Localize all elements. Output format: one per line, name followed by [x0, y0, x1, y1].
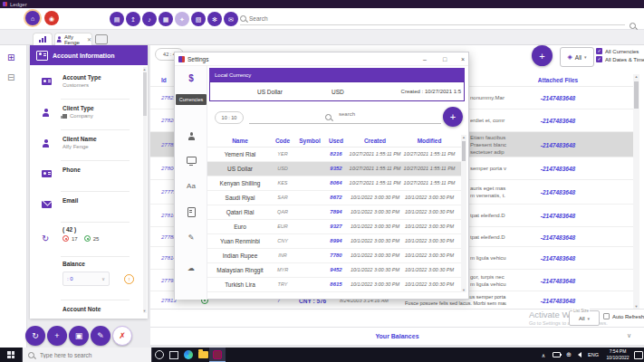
panel-scrollbar[interactable]: ▲ ▼: [143, 67, 147, 313]
filter-checkbox-1[interactable]: ✓All Dates & Times: [596, 56, 644, 62]
row-attached: -2147483648: [513, 118, 603, 124]
notification-center-button[interactable]: [634, 348, 643, 362]
cell-name: Turkish Lira: [211, 278, 269, 291]
list-size-select[interactable]: List Size All ▾: [569, 310, 600, 326]
power-button[interactable]: ◉: [44, 11, 59, 25]
audit-button[interactable]: ♪: [142, 12, 157, 26]
id-card-icon: [36, 51, 48, 61]
global-search-input[interactable]: [249, 15, 625, 22]
currency-row[interactable]: Yuan RenminbiCNY899410/1/2022 3:00:30 PM…: [207, 234, 465, 249]
currency-table-scrollbar[interactable]: ▲ ▼: [461, 135, 466, 292]
tab-account[interactable]: Alfy Fenge ✕: [54, 33, 92, 45]
edit-button[interactable]: ✎: [91, 326, 111, 346]
file-explorer-button[interactable]: [197, 350, 208, 359]
scroll-up-icon[interactable]: ▲: [142, 67, 147, 71]
scroll-down-icon[interactable]: ▼: [633, 304, 639, 309]
settings-nav-documents[interactable]: [175, 207, 207, 217]
cell-created: 10/1/2022 3:00:30 PM: [349, 249, 401, 262]
upload-button[interactable]: ↥: [126, 12, 140, 26]
tray-expand-icon[interactable]: ∧: [539, 348, 548, 362]
column-symbol: Symbol: [296, 138, 323, 144]
filter-checkbox-0[interactable]: ✓All Currencies: [596, 48, 644, 54]
settings-dialog: Settings – □ × $Aa✎☁ Currencies Local Cu…: [174, 52, 469, 300]
upload-icon: ↥: [130, 16, 136, 23]
scroll-up-icon[interactable]: ▲: [633, 74, 639, 79]
cloud-icon: ☁: [187, 264, 195, 272]
settings-nav-system[interactable]: [175, 157, 207, 164]
account-information-panel: Account Information Account TypeCustomer…: [30, 45, 148, 319]
volume-icon[interactable]: [575, 348, 584, 362]
maximize-button[interactable]: □: [439, 54, 450, 64]
tab-dashboard[interactable]: [33, 33, 53, 45]
cell-code: EUR: [269, 220, 296, 233]
currency-row[interactable]: Kenyan ShillingKES806410/27/2021 1:55:11…: [207, 176, 465, 191]
appearance-icon: ✎: [188, 233, 195, 242]
clock[interactable]: 7:54 PM 10/10/2022: [602, 348, 633, 361]
balance-select[interactable]: : 0 ∨: [62, 272, 110, 286]
advanced-search-icon[interactable]: [630, 23, 636, 29]
home-button[interactable]: ⌂: [25, 11, 40, 25]
currency-pager[interactable]: 10 : 10: [215, 111, 244, 124]
currency-row[interactable]: Indian RupeeINR778010/1/2022 3:00:30 PM1…: [207, 249, 465, 263]
start-button[interactable]: [0, 348, 22, 362]
task-view-button[interactable]: [168, 350, 179, 359]
scrollbar-thumb[interactable]: [634, 81, 639, 109]
network-icon[interactable]: ⊕: [564, 348, 573, 362]
currency-row[interactable]: Yemeni RialYER821610/27/2021 1:55:11 PM1…: [207, 148, 465, 162]
settings-nav-cloud[interactable]: ☁: [175, 264, 207, 272]
chevron-down-icon[interactable]: ∨: [627, 332, 631, 339]
edge-button[interactable]: [183, 350, 194, 359]
settings-nav-appearance[interactable]: ✎: [175, 233, 207, 242]
scroll-down-icon[interactable]: ▼: [461, 288, 466, 292]
file-button[interactable]: ▤: [110, 12, 124, 26]
your-balances-bar[interactable]: Your Balances ∨: [150, 327, 644, 345]
refresh-icon: ↻: [32, 331, 39, 340]
cell-modified: 10/1/2022 3:00:30 PM: [401, 205, 457, 219]
accounts-grid-icon[interactable]: ⊞: [7, 52, 14, 62]
settings-nav-currencies[interactable]: $: [175, 74, 207, 82]
minimize-button[interactable]: –: [419, 54, 430, 64]
auto-refresh-checkbox[interactable]: Auto Refreshing: [603, 313, 644, 319]
apps-button[interactable]: ▧: [191, 12, 206, 26]
close-tab-icon[interactable]: ✕: [87, 36, 91, 43]
currency-row[interactable]: Saudi RiyalSAR867210/1/2022 3:00:30 PM10…: [207, 191, 465, 205]
settings-nav-users[interactable]: [175, 132, 207, 140]
battery-icon[interactable]: [552, 348, 561, 362]
currency-filter-select[interactable]: ◈ All ▾: [560, 47, 594, 67]
add-button[interactable]: +: [47, 326, 67, 346]
row-attached: -2147483648: [513, 95, 603, 101]
currency-row[interactable]: EuroEUR932710/1/2022 3:00:30 PM10/1/2022…: [207, 220, 465, 234]
taskbar-search[interactable]: [22, 348, 152, 362]
chevron-down-icon: ▾: [584, 54, 587, 60]
scroll-down-icon[interactable]: ▼: [142, 309, 147, 313]
currency-row[interactable]: Malaysian RinggitMYR945210/1/2022 3:00:3…: [207, 263, 465, 278]
user-button[interactable]: ✦: [175, 12, 189, 26]
currency-search: [249, 110, 441, 124]
currency-row[interactable]: Turkish LiraTRY861510/1/2022 3:00:30 PM1…: [207, 278, 465, 292]
settings-nav-language[interactable]: Aa: [175, 182, 207, 190]
refresh-button[interactable]: ↻: [25, 326, 45, 346]
ledger-app-button[interactable]: [209, 348, 226, 362]
app-logo-icon: [3, 2, 7, 6]
archive-button[interactable]: ▣: [69, 326, 89, 346]
language-indicator[interactable]: ENG: [586, 348, 601, 362]
add-record-button[interactable]: +: [532, 45, 553, 66]
currency-row[interactable]: US DollarUSD935210/27/2021 1:55:11 PM10/…: [207, 162, 465, 176]
new-tab-button[interactable]: [95, 34, 108, 44]
settings-button[interactable]: ✻: [207, 12, 222, 26]
currency-search-input[interactable]: [249, 110, 445, 118]
scroll-up-icon[interactable]: ▲: [461, 135, 466, 139]
scrollbar-thumb[interactable]: [462, 141, 466, 161]
add-currency-button[interactable]: +: [443, 107, 463, 127]
table-button[interactable]: ▦: [159, 12, 173, 26]
taskbar-search-input[interactable]: [38, 351, 141, 359]
scrollbar-thumb[interactable]: [143, 72, 147, 116]
mail-button[interactable]: ✉: [224, 12, 238, 26]
cortana-button[interactable]: [154, 350, 165, 359]
close-button[interactable]: ✗: [112, 326, 132, 346]
row-attached: -2147483648: [513, 213, 603, 219]
table-scrollbar[interactable]: ▲ ▼: [633, 74, 639, 309]
close-button[interactable]: ×: [457, 54, 468, 64]
account-search-icon[interactable]: ⊟: [7, 72, 14, 82]
currency-row[interactable]: Qatari RialQAR789410/1/2022 3:00:30 PM10…: [207, 205, 465, 220]
